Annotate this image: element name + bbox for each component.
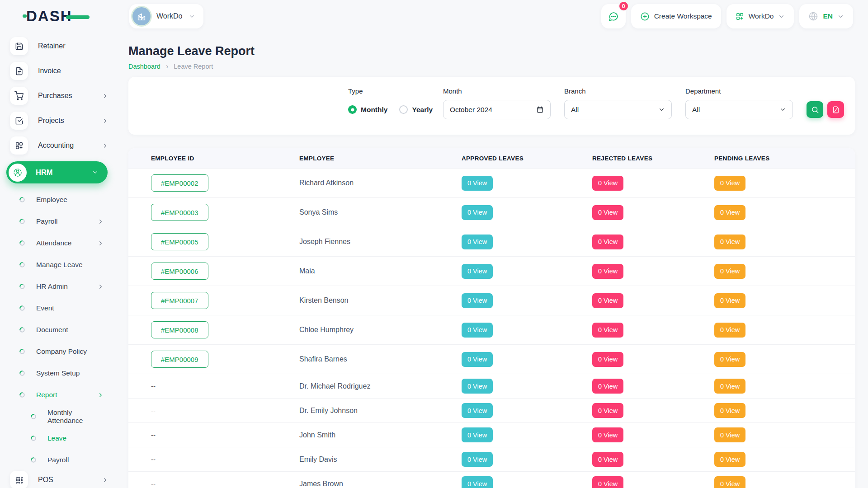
- month-value: October 2024: [450, 106, 536, 114]
- approved-leaves-view-button[interactable]: 0 View: [462, 176, 493, 191]
- topbar-actions: 0 Create Workspace WorkDo EN: [601, 4, 853, 28]
- pending-leaves-view-button[interactable]: 0 View: [714, 452, 745, 467]
- sidebar-subitem-payroll[interactable]: Payroll: [19, 211, 104, 232]
- sidebar-item-icon: [10, 112, 28, 130]
- pending-leaves-view-button[interactable]: 0 View: [714, 476, 745, 488]
- approved-leaves-view-button[interactable]: 0 View: [462, 264, 493, 279]
- rejected-leaves-view-button[interactable]: 0 View: [592, 205, 623, 220]
- chevron-right-icon: [102, 117, 108, 124]
- pending-leaves-view-button[interactable]: 0 View: [714, 176, 745, 191]
- approved-leaves-view-button[interactable]: 0 View: [462, 323, 493, 338]
- sidebar-subitem-attendance[interactable]: Attendance: [19, 232, 104, 254]
- sidebar-subitem-leave[interactable]: Leave: [30, 427, 104, 449]
- employee-id-badge[interactable]: #EMP00002: [151, 174, 208, 192]
- sidebar-subitem-label: Payroll: [36, 217, 57, 225]
- approved-leaves-view-button[interactable]: 0 View: [462, 476, 493, 488]
- rejected-leaves-view-button[interactable]: 0 View: [592, 176, 623, 191]
- pending-leaves-view-button[interactable]: 0 View: [714, 205, 745, 220]
- sidebar-subitem-report[interactable]: Report: [19, 384, 104, 406]
- workspace-switcher[interactable]: WorkDo: [129, 4, 203, 28]
- messages-button[interactable]: 0: [601, 4, 626, 28]
- employee-id-badge[interactable]: #EMP00009: [151, 351, 208, 368]
- pending-leaves-view-button[interactable]: 0 View: [714, 403, 745, 418]
- radio-dot: [348, 105, 357, 114]
- pending-leaves-view-button[interactable]: 0 View: [714, 379, 745, 394]
- sidebar-subitem-monthly-attendance[interactable]: Monthly Attendance: [30, 406, 104, 427]
- pending-leaves-view-button[interactable]: 0 View: [714, 235, 745, 249]
- filter-actions: .: [807, 87, 844, 119]
- approved-leaves-view-button[interactable]: 0 View: [462, 293, 493, 308]
- col-employee: EMPLOYEE: [299, 155, 462, 162]
- sidebar-item-accounting[interactable]: Accounting: [10, 136, 108, 155]
- rejected-leaves-view-button[interactable]: 0 View: [592, 264, 623, 279]
- table-row: -- Dr. Michael Rodriguez 0 View 0 View 0…: [128, 374, 855, 399]
- reset-icon: [832, 106, 840, 114]
- sidebar-subitem-payroll[interactable]: Payroll: [30, 449, 104, 471]
- sidebar-subitem-system-setup[interactable]: System Setup: [19, 362, 104, 384]
- sidebar-subitem-company-policy[interactable]: Company Policy: [19, 341, 104, 362]
- sidebar-item-purchases[interactable]: Purchases: [10, 87, 108, 105]
- sidebar-subitem-event[interactable]: Event: [19, 297, 104, 319]
- breadcrumb-dashboard-link[interactable]: Dashboard: [128, 63, 160, 70]
- rejected-leaves-view-button[interactable]: 0 View: [592, 235, 623, 249]
- approved-leaves-view-button[interactable]: 0 View: [462, 352, 493, 367]
- rejected-leaves-view-button[interactable]: 0 View: [592, 293, 623, 308]
- branch-select[interactable]: All: [564, 100, 672, 119]
- department-select[interactable]: All: [685, 100, 793, 119]
- chat-icon: [608, 11, 619, 22]
- pending-leaves-view-button[interactable]: 0 View: [714, 352, 745, 367]
- sidebar-item-invoice[interactable]: Invoice: [10, 62, 108, 80]
- approved-leaves-view-button[interactable]: 0 View: [462, 452, 493, 467]
- leave-report-table: EMPLOYEE ID EMPLOYEE APPROVED LEAVES REJ…: [128, 148, 855, 488]
- sidebar-item-hrm[interactable]: HRM: [6, 161, 108, 183]
- employee-id-badge[interactable]: #EMP00003: [151, 204, 208, 221]
- bullet-icon: [19, 305, 25, 311]
- sidebar-item-projects[interactable]: Projects: [10, 112, 108, 130]
- language-selector[interactable]: EN: [799, 4, 853, 28]
- chevron-right-icon: [102, 477, 108, 483]
- employee-id-badge[interactable]: #EMP00008: [151, 321, 208, 338]
- create-workspace-button[interactable]: Create Workspace: [631, 4, 721, 28]
- sidebar-item-pos[interactable]: POS: [10, 471, 108, 488]
- pending-leaves-view-button[interactable]: 0 View: [714, 427, 745, 442]
- approved-leaves-view-button[interactable]: 0 View: [462, 427, 493, 442]
- table-row: #EMP00002 Richard Atkinson 0 View 0 View…: [128, 169, 855, 198]
- reset-button[interactable]: [827, 101, 844, 118]
- search-button[interactable]: [807, 101, 823, 118]
- employee-id-badge[interactable]: #EMP00005: [151, 233, 208, 250]
- sidebar-item-retainer[interactable]: Retainer: [10, 37, 108, 55]
- pending-leaves-view-button[interactable]: 0 View: [714, 264, 745, 279]
- breadcrumb: Dashboard › Leave Report: [128, 62, 855, 70]
- chevron-down-icon: [778, 13, 785, 20]
- employee-id-badge[interactable]: #EMP00007: [151, 292, 208, 309]
- sidebar-subitem-label: Company Policy: [36, 347, 87, 356]
- sidebar-subitem-manage-leave[interactable]: Manage Leave: [19, 254, 104, 276]
- approved-leaves-view-button[interactable]: 0 View: [462, 403, 493, 418]
- sidebar-subitem-hr-admin[interactable]: HR Admin: [19, 276, 104, 297]
- bullet-icon: [19, 262, 25, 268]
- radio-yearly[interactable]: Yearly: [399, 105, 433, 114]
- bullet-icon: [19, 392, 25, 398]
- sidebar-subitem-label: Employee: [36, 196, 67, 204]
- rejected-leaves-view-button[interactable]: 0 View: [592, 427, 623, 442]
- rejected-leaves-view-button[interactable]: 0 View: [592, 403, 623, 418]
- brand-logo[interactable]: DASH: [26, 8, 90, 25]
- sidebar-subitem-document[interactable]: Document: [19, 319, 104, 341]
- rejected-leaves-view-button[interactable]: 0 View: [592, 323, 623, 338]
- pending-leaves-view-button[interactable]: 0 View: [714, 293, 745, 308]
- approved-leaves-view-button[interactable]: 0 View: [462, 235, 493, 249]
- rejected-leaves-view-button[interactable]: 0 View: [592, 476, 623, 488]
- rejected-leaves-view-button[interactable]: 0 View: [592, 452, 623, 467]
- rejected-leaves-view-button[interactable]: 0 View: [592, 352, 623, 367]
- employee-id-badge[interactable]: #EMP00006: [151, 263, 208, 280]
- approved-leaves-view-button[interactable]: 0 View: [462, 205, 493, 220]
- approved-leaves-view-button[interactable]: 0 View: [462, 379, 493, 394]
- app-menu-button[interactable]: WorkDo: [726, 4, 794, 28]
- sidebar-subitem-label: Attendance: [36, 239, 71, 247]
- sidebar-subitem-employee[interactable]: Employee: [19, 189, 104, 211]
- radio-monthly[interactable]: Monthly: [348, 105, 387, 114]
- month-input[interactable]: October 2024: [443, 100, 551, 119]
- employee-name: Richard Atkinson: [299, 179, 462, 187]
- pending-leaves-view-button[interactable]: 0 View: [714, 323, 745, 338]
- rejected-leaves-view-button[interactable]: 0 View: [592, 379, 623, 394]
